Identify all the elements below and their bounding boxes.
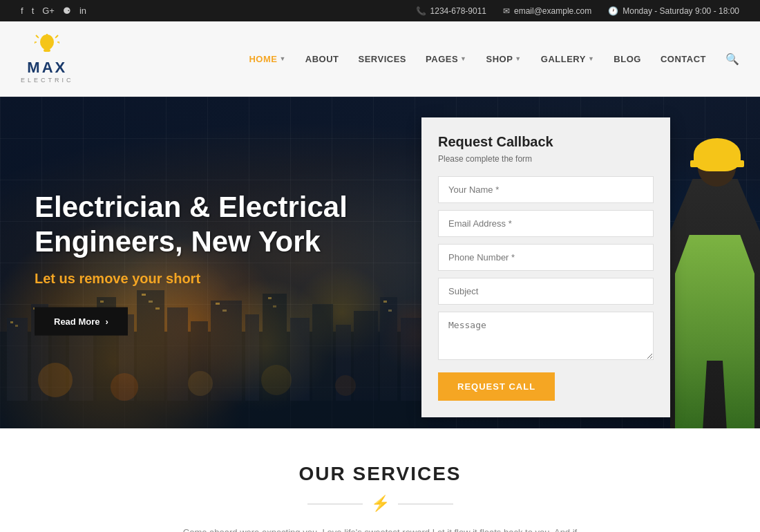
services-title: OUR SERVICES <box>21 463 739 485</box>
shop-dropdown-arrow: ▼ <box>515 55 521 62</box>
home-dropdown-arrow: ▼ <box>279 55 285 62</box>
logo-bulb-icon <box>35 34 59 56</box>
read-more-button[interactable]: Read More › <box>35 307 128 335</box>
pages-dropdown-arrow: ▼ <box>460 55 466 62</box>
email-address: email@example.com <box>514 6 591 16</box>
svg-rect-32 <box>15 325 18 327</box>
svg-rect-1 <box>44 49 50 52</box>
phone-input[interactable] <box>438 244 654 271</box>
svg-point-51 <box>261 365 292 395</box>
request-call-label: REQUEST CALL <box>457 381 535 392</box>
hero-content: Electrician & Electrical Engineers, New … <box>35 190 394 336</box>
nav-about[interactable]: ABOUT <box>305 54 339 64</box>
header: MAX ELECTRIC HOME ▼ ABOUT SERVICES PAGES… <box>0 21 760 97</box>
twitter-link[interactable]: t <box>32 6 35 16</box>
helmet-brim <box>690 160 744 167</box>
phone-info: 📞 1234-678-9011 <box>416 6 486 16</box>
request-call-button[interactable]: REQUEST CALL <box>438 372 555 401</box>
nav-services[interactable]: SERVICES <box>359 54 407 64</box>
main-nav: HOME ▼ ABOUT SERVICES PAGES ▼ SHOP ▼ GAL… <box>249 53 739 66</box>
google-plus-link[interactable]: G+ <box>42 6 55 16</box>
svg-point-48 <box>38 363 73 397</box>
search-icon[interactable]: 🔍 <box>725 53 739 66</box>
svg-rect-13 <box>7 318 28 401</box>
hero-subtitle: Let us remove your short <box>35 270 394 286</box>
services-description: Come aboard were expecting you. Love lif… <box>173 525 587 532</box>
facebook-link[interactable]: f <box>21 6 23 16</box>
nav-blog[interactable]: BLOG <box>614 54 641 64</box>
clock-icon: 🕐 <box>608 6 618 16</box>
your-name-input[interactable] <box>438 176 654 203</box>
svg-point-50 <box>188 371 213 396</box>
social-links[interactable]: f t G+ ⚈ in <box>21 6 86 16</box>
topbar: f t G+ ⚈ in 📞 1234-678-9011 ✉ email@exam… <box>0 0 760 21</box>
logo-sub: ELECTRIC <box>21 77 74 84</box>
hero-section: Electrician & Electrical Engineers, New … <box>0 97 760 428</box>
nav-gallery[interactable]: GALLERY ▼ <box>541 54 595 64</box>
business-hours: Monday - Saturday 9:00 - 18:00 <box>623 6 739 16</box>
nav-home[interactable]: HOME ▼ <box>249 54 285 64</box>
contact-info: 📞 1234-678-9011 ✉ email@example.com 🕐 Mo… <box>416 6 739 16</box>
svg-point-49 <box>111 373 138 401</box>
nav-pages[interactable]: PAGES ▼ <box>426 54 466 64</box>
services-section: OUR SERVICES ⚡ Come aboard were expectin… <box>0 428 760 532</box>
svg-point-0 <box>40 35 54 50</box>
nav-shop[interactable]: SHOP ▼ <box>486 54 522 64</box>
linkedin-link[interactable]: in <box>79 6 86 16</box>
subject-input[interactable] <box>438 278 654 305</box>
hero-title: Electrician & Electrical Engineers, New … <box>35 190 394 260</box>
svg-point-52 <box>335 375 356 396</box>
instagram-link[interactable]: ⚈ <box>63 6 71 16</box>
email-icon: ✉ <box>503 6 510 16</box>
email-info: ✉ email@example.com <box>503 6 591 16</box>
divider-right <box>398 504 453 504</box>
phone-number: 1234-678-9011 <box>430 6 486 16</box>
bolt-icon: ⚡ <box>371 495 390 513</box>
form-title: Request Callback <box>438 134 654 150</box>
form-subtitle: Please complete the form <box>438 154 654 164</box>
email-input[interactable] <box>438 210 654 237</box>
svg-rect-31 <box>10 321 13 323</box>
read-more-arrow: › <box>105 316 108 326</box>
gallery-dropdown-arrow: ▼ <box>588 55 594 62</box>
divider-left <box>307 504 363 504</box>
callback-form: Request Callback Please complete the for… <box>421 117 670 417</box>
logo[interactable]: MAX ELECTRIC <box>21 34 74 84</box>
hours-info: 🕐 Monday - Saturday 9:00 - 18:00 <box>608 6 739 16</box>
phone-icon: 📞 <box>416 6 426 16</box>
read-more-label: Read More <box>54 316 99 326</box>
nav-contact[interactable]: CONTACT <box>661 54 706 64</box>
worker-person <box>670 131 760 428</box>
message-textarea[interactable] <box>438 312 654 360</box>
services-divider: ⚡ <box>21 495 739 513</box>
